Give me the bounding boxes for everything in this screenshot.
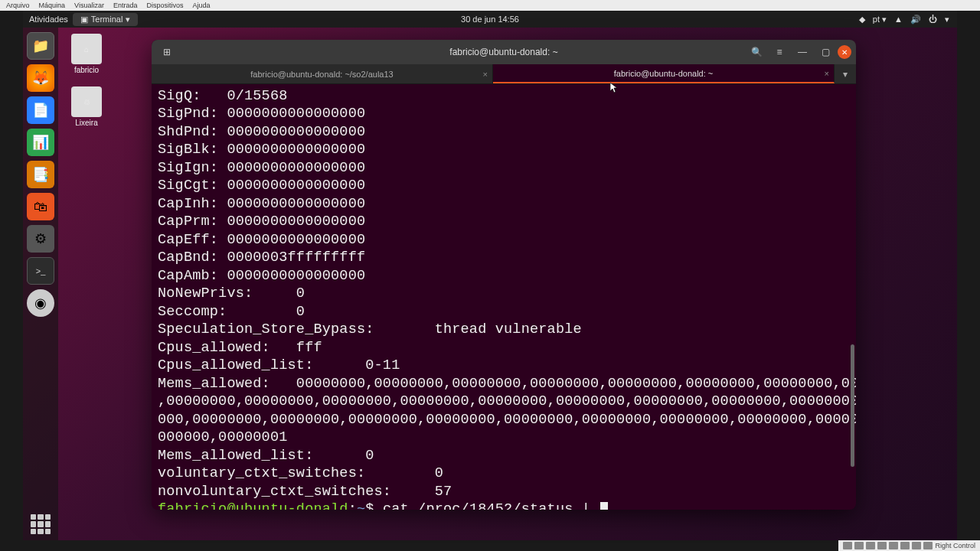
desktop-icon-label: Lixeira bbox=[66, 119, 107, 127]
menu-button[interactable]: ≡ bbox=[769, 44, 790, 60]
activities-button[interactable]: Atividades bbox=[29, 15, 68, 24]
dock-calc[interactable]: 📊 bbox=[27, 129, 54, 156]
dock-writer[interactable]: 📄 bbox=[27, 96, 54, 124]
network-icon[interactable]: ▲ bbox=[894, 15, 903, 24]
desktop-icon-label: fabricio bbox=[66, 66, 107, 74]
vm-status-icon[interactable] bbox=[889, 542, 898, 549]
dock-disc[interactable]: ◉ bbox=[27, 289, 54, 317]
desktop-icon-trash[interactable]: ♲ Lixeira bbox=[66, 86, 107, 127]
vm-status-icon[interactable] bbox=[900, 542, 910, 549]
dock-files[interactable]: 📁 bbox=[27, 32, 54, 60]
vm-status-icon[interactable] bbox=[843, 542, 852, 549]
desktop: Atividades ▣ Terminal ▾ 30 de jun 14:56 … bbox=[23, 11, 957, 540]
tab-dropdown[interactable]: ▾ bbox=[835, 64, 856, 83]
prompt-path: ~ bbox=[357, 501, 365, 510]
dock-firefox[interactable]: 🦊 bbox=[27, 64, 54, 92]
prompt-user: fabricio@ubuntu-donald bbox=[158, 501, 348, 510]
window-title: fabricio@ubuntu-donald: ~ bbox=[449, 47, 557, 57]
app-menu-label: Terminal bbox=[91, 15, 123, 24]
tabbar: fabricio@ubuntu-donald: ~/so2/aula13 × f… bbox=[152, 64, 856, 84]
vm-host-key: Right Control bbox=[935, 542, 975, 549]
terminal-tab-0[interactable]: fabricio@ubuntu-donald: ~/so2/aula13 × bbox=[152, 64, 493, 83]
vm-menu-item[interactable]: Visualizar bbox=[74, 2, 104, 9]
desktop-icon-home[interactable]: ⌂ fabricio bbox=[66, 34, 107, 74]
power-icon[interactable]: ⏻ bbox=[929, 15, 937, 24]
chevron-down-icon: ▾ bbox=[126, 15, 130, 24]
minimize-button[interactable]: — bbox=[792, 44, 813, 60]
vm-menu-item[interactable]: Arquivo bbox=[6, 2, 30, 9]
dock-terminal[interactable]: >_ bbox=[27, 257, 54, 285]
vm-menu-item[interactable]: Dispositivos bbox=[146, 2, 183, 9]
terminal-icon: ▣ bbox=[80, 15, 88, 24]
dock-software[interactable]: 🛍 bbox=[27, 193, 54, 220]
search-button[interactable]: 🔍 bbox=[746, 44, 767, 60]
vm-status-icon[interactable] bbox=[866, 542, 875, 549]
language-indicator[interactable]: pt ▾ bbox=[873, 15, 887, 24]
home-folder-icon: ⌂ bbox=[71, 34, 102, 64]
vm-status-icon[interactable] bbox=[912, 542, 921, 549]
volume-icon[interactable]: 🔊 bbox=[910, 15, 921, 24]
command-input: cat /proc/18452/status | bbox=[383, 501, 599, 510]
clock[interactable]: 30 de jun 14:56 bbox=[461, 15, 519, 24]
vm-menubar[interactable]: Arquivo Máquina Visualizar Entrada Dispo… bbox=[0, 0, 980, 11]
vm-status-icon[interactable] bbox=[854, 542, 864, 549]
vm-menu-item[interactable]: Ajuda bbox=[192, 2, 210, 9]
chevron-down-icon[interactable]: ▾ bbox=[945, 15, 949, 24]
terminal-tab-1[interactable]: fabricio@ubuntu-donald: ~ × bbox=[493, 64, 835, 83]
app-menu[interactable]: ▣ Terminal ▾ bbox=[73, 13, 139, 26]
vm-status-icon[interactable] bbox=[923, 542, 933, 549]
maximize-button[interactable]: ▢ bbox=[815, 44, 836, 60]
vm-menu-item[interactable]: Máquina bbox=[39, 2, 66, 9]
tab-label: fabricio@ubuntu-donald: ~ bbox=[614, 69, 714, 78]
scrollbar[interactable] bbox=[851, 344, 854, 467]
dock-apps-grid[interactable] bbox=[31, 514, 51, 534]
tab-close-icon[interactable]: × bbox=[483, 70, 488, 79]
terminal-window: ⊞ fabricio@ubuntu-donald: ~ 🔍 ≡ — ▢ ✕ fa… bbox=[152, 40, 856, 510]
trash-icon: ♲ bbox=[71, 86, 102, 117]
dock-settings[interactable]: ⚙ bbox=[27, 225, 54, 253]
dock: 📁 🦊 📄 📊 📑 🛍 ⚙ >_ ◉ bbox=[23, 28, 58, 540]
gnome-topbar: Atividades ▣ Terminal ▾ 30 de jun 14:56 … bbox=[23, 11, 957, 28]
close-button[interactable]: ✕ bbox=[838, 45, 851, 59]
vm-menu-item[interactable]: Entrada bbox=[113, 2, 138, 9]
terminal-body[interactable]: SigQ: 0/15568 SigPnd: 0000000000000000 S… bbox=[152, 84, 856, 510]
vm-status-icon[interactable] bbox=[877, 542, 887, 549]
dock-impress[interactable]: 📑 bbox=[27, 161, 54, 188]
tab-close-icon[interactable]: × bbox=[825, 69, 829, 78]
vm-statusbar: Right Control bbox=[838, 540, 980, 551]
new-tab-button[interactable]: ⊞ bbox=[156, 44, 178, 60]
cursor bbox=[600, 502, 608, 510]
titlebar[interactable]: ⊞ fabricio@ubuntu-donald: ~ 🔍 ≡ — ▢ ✕ bbox=[152, 40, 856, 64]
notification-icon[interactable]: ◆ bbox=[859, 15, 865, 24]
tab-label: fabricio@ubuntu-donald: ~/so2/aula13 bbox=[250, 70, 393, 79]
desktop-icons: ⌂ fabricio ♲ Lixeira bbox=[66, 34, 107, 127]
terminal-output: SigQ: 0/15568 SigPnd: 0000000000000000 S… bbox=[158, 88, 856, 500]
